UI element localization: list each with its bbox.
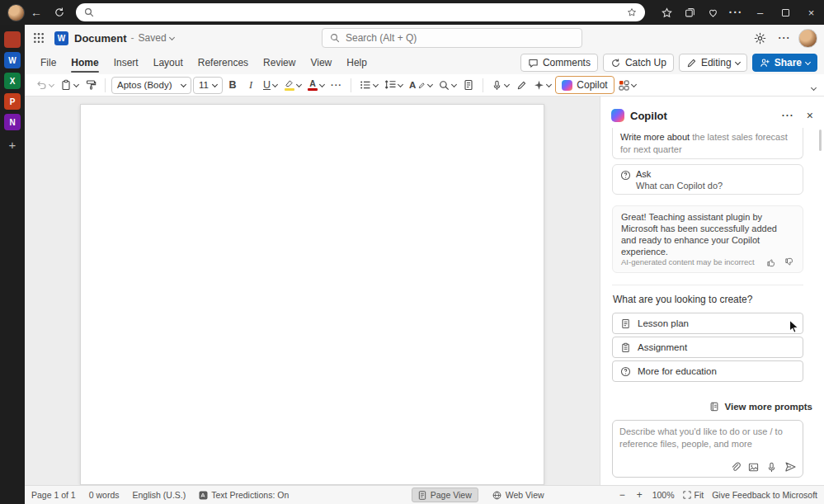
copilot-prompt-input[interactable] [619, 426, 796, 457]
share-button[interactable]: Share [752, 54, 817, 72]
line-spacing-button[interactable] [382, 76, 405, 94]
sidebar-app-microsoft365[interactable] [4, 31, 21, 48]
option-more-for-education[interactable]: More for education [612, 360, 803, 382]
divider [483, 78, 483, 92]
browser-essentials-icon[interactable] [701, 1, 724, 24]
bold-button[interactable]: B [224, 76, 241, 94]
sidebar-app-excel[interactable]: X [4, 73, 21, 89]
font-size-select[interactable]: 11 [193, 77, 223, 94]
find-button[interactable] [436, 76, 459, 94]
language-status[interactable]: English (U.S.) [132, 490, 186, 500]
favorites-icon[interactable] [655, 1, 678, 24]
editor-button[interactable] [513, 76, 530, 94]
send-icon[interactable] [784, 461, 796, 473]
chevron-down-icon [272, 81, 278, 87]
ribbon-collapse-button[interactable] [812, 81, 816, 92]
paperclip-icon[interactable] [730, 462, 741, 473]
document-page[interactable] [80, 104, 544, 485]
copilot-button[interactable]: Copilot [555, 76, 614, 94]
styles-button[interactable]: A [407, 76, 435, 94]
word-count[interactable]: 0 words [89, 490, 120, 500]
sidebar-app-onenote[interactable]: N [4, 114, 21, 130]
copilot-close-button[interactable]: × [807, 109, 813, 122]
word-logo-icon[interactable]: W [54, 31, 68, 45]
dictate-button[interactable] [489, 76, 511, 94]
editing-mode-button[interactable]: Editing [679, 54, 747, 72]
app-search-bar[interactable] [322, 28, 582, 48]
copilot-input-box[interactable] [612, 420, 803, 478]
collections-icon[interactable] [678, 1, 701, 24]
copilot-suggestion-card[interactable]: Write more about the latest sales foreca… [612, 128, 803, 159]
underline-button[interactable]: U [261, 76, 280, 94]
option-lesson-plan[interactable]: Lesson plan [612, 313, 803, 334]
font-name-select[interactable]: Aptos (Body) [111, 77, 191, 94]
document-title[interactable]: Document [74, 32, 127, 45]
zoom-out-button[interactable]: − [618, 489, 627, 501]
tab-home[interactable]: Home [64, 51, 106, 74]
addins-button[interactable] [616, 76, 638, 94]
more-font-options-button[interactable]: ··· [328, 76, 345, 94]
browser-refresh-button[interactable] [48, 1, 71, 24]
browser-more-menu[interactable]: ··· [724, 1, 747, 24]
window-close-button[interactable]: × [798, 0, 824, 25]
tab-layout[interactable]: Layout [146, 51, 191, 74]
highlight-button[interactable] [281, 76, 304, 94]
save-status[interactable]: Saved [139, 32, 174, 44]
header-more-menu[interactable]: ··· [774, 27, 795, 49]
web-view-toggle[interactable]: Web View [487, 488, 550, 502]
feedback-link[interactable]: Give Feedback to Microsoft [712, 490, 817, 500]
settings-gear-icon[interactable] [749, 27, 770, 49]
browser-profile-avatar[interactable] [7, 4, 25, 21]
sidebar-app-word[interactable]: W [4, 52, 21, 68]
tab-help[interactable]: Help [339, 51, 374, 74]
copilot-panel-header: Copilot ··· × [600, 105, 824, 126]
designer-button[interactable] [531, 76, 553, 94]
zoom-level[interactable]: 100% [652, 490, 675, 500]
catch-up-button[interactable]: Catch Up [603, 54, 674, 72]
tab-file[interactable]: File [33, 51, 64, 74]
app-search-input[interactable] [346, 32, 574, 44]
browser-back-button[interactable]: ← [25, 1, 48, 24]
format-painter-button[interactable] [82, 76, 99, 94]
copilot-more-menu[interactable]: ··· [782, 110, 794, 121]
font-color-button[interactable]: A [305, 76, 327, 94]
page-view-toggle[interactable]: Page View [412, 488, 478, 502]
editor-pen-icon [516, 80, 527, 91]
option-assignment[interactable]: Assignment [612, 337, 803, 358]
view-more-prompts-button[interactable]: View more prompts [709, 402, 812, 412]
search-icon [84, 7, 94, 17]
text-predictions-status[interactable]: Text Predictions: On [199, 490, 289, 500]
address-input[interactable] [100, 7, 621, 18]
bullets-button[interactable] [357, 76, 380, 94]
undo-button[interactable] [33, 76, 56, 94]
screen: ← ··· – × W X P N [0, 0, 824, 504]
tab-insert[interactable]: Insert [106, 51, 146, 74]
microphone-icon [492, 80, 502, 91]
microphone-icon[interactable] [766, 462, 777, 473]
user-avatar[interactable] [798, 29, 817, 48]
italic-button[interactable]: I [242, 76, 259, 94]
thumbs-up-icon[interactable] [766, 257, 776, 267]
sidebar-add-app-button[interactable]: + [9, 138, 16, 152]
comments-button[interactable]: Comments [520, 54, 598, 72]
sidebar-app-powerpoint[interactable]: P [4, 93, 21, 110]
reuse-files-button[interactable] [460, 76, 477, 94]
copilot-ask-card[interactable]: Ask What can Copilot do? [612, 164, 803, 195]
window-maximize-button[interactable] [773, 0, 798, 25]
tab-review[interactable]: Review [256, 51, 303, 74]
thumbs-down-icon[interactable] [784, 257, 794, 267]
tab-view[interactable]: View [303, 51, 339, 74]
tab-references[interactable]: References [191, 51, 256, 74]
page-count[interactable]: Page 1 of 1 [31, 490, 76, 500]
status-bar: Page 1 of 1 0 words English (U.S.) Text … [25, 485, 824, 504]
window-minimize-button[interactable]: – [747, 0, 773, 25]
browser-address-bar[interactable] [76, 3, 645, 21]
panel-scrollbar-thumb[interactable] [819, 130, 822, 151]
zoom-in-button[interactable]: + [635, 489, 644, 501]
paste-button[interactable] [58, 76, 81, 94]
fit-button[interactable]: Fit [683, 490, 704, 500]
address-favorites-icon[interactable] [627, 7, 637, 17]
status-bar-right: Page View Web View − + 100% Fit Give Fee… [412, 488, 817, 502]
app-launcher-button[interactable] [26, 25, 51, 51]
image-icon[interactable] [748, 462, 759, 473]
